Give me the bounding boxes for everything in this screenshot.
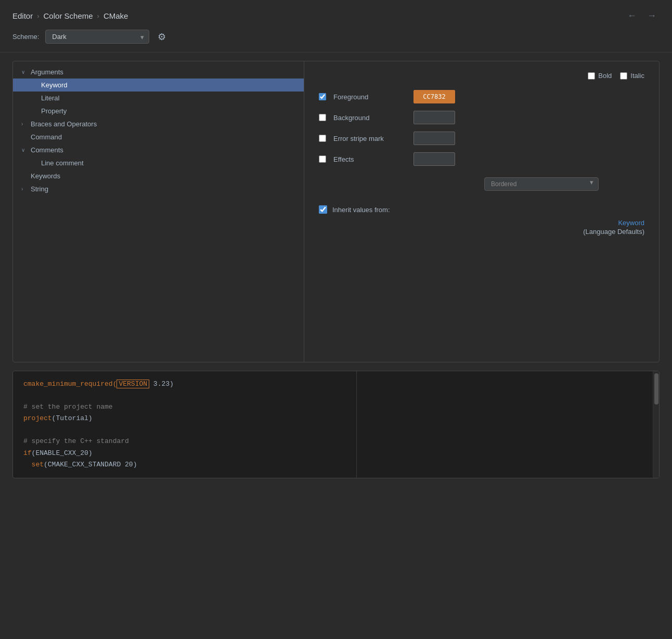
code-line-3: # set the project name xyxy=(23,403,113,411)
effects-row: Effects xyxy=(319,152,644,166)
code-line-1-tok1: cmake_minimum_required( xyxy=(23,380,117,388)
effects-color-box[interactable] xyxy=(413,152,455,166)
scrollbar-area[interactable] xyxy=(653,371,659,478)
tree-label-literal: Literal xyxy=(41,94,295,102)
code-line-4-tok1: project xyxy=(23,414,52,422)
inherit-values: Keyword (Language Defaults) xyxy=(319,219,644,236)
italic-checkbox-label[interactable]: Italic xyxy=(620,72,644,80)
breadcrumb-cmake[interactable]: CMake xyxy=(104,11,128,20)
code-divider xyxy=(356,371,357,478)
tree-label-comments: Comments xyxy=(31,146,295,154)
bold-label: Bold xyxy=(598,72,612,80)
scheme-label: Scheme: xyxy=(12,33,39,41)
top-divider xyxy=(0,52,672,53)
tree-item-arguments[interactable]: ∨ Arguments xyxy=(13,66,304,79)
tree-label-command: Command xyxy=(31,133,295,141)
chevron-string: › xyxy=(21,186,29,192)
tree-item-keyword[interactable]: Keyword xyxy=(13,79,304,92)
gear-button[interactable]: ⚙ xyxy=(156,30,168,44)
tree-label-braces: Braces and Operators xyxy=(31,120,295,128)
error-stripe-color-box[interactable] xyxy=(413,132,455,145)
inherit-link[interactable]: Keyword xyxy=(618,219,644,227)
scheme-row: Scheme: Dark Light Darcula ⚙ xyxy=(0,30,672,52)
tree-item-comments[interactable]: ∨ Comments xyxy=(13,144,304,157)
inherit-checkbox[interactable] xyxy=(319,205,327,214)
background-row: Background xyxy=(319,111,644,124)
scrollbar-thumb[interactable] xyxy=(654,373,658,405)
breadcrumb-color-scheme[interactable]: Color Scheme xyxy=(44,11,93,20)
tree-item-keywords[interactable]: Keywords xyxy=(13,169,304,182)
italic-checkbox[interactable] xyxy=(620,72,627,80)
inherit-sub: (Language Defaults) xyxy=(583,228,644,236)
effects-checkbox[interactable] xyxy=(319,155,326,163)
foreground-color-value: CC7832 xyxy=(423,93,445,100)
bold-checkbox[interactable] xyxy=(588,72,595,80)
foreground-checkbox[interactable] xyxy=(319,93,326,100)
tree-label-keyword: Keyword xyxy=(41,81,295,89)
breadcrumb-editor[interactable]: Editor xyxy=(12,11,33,20)
background-color-box[interactable] xyxy=(413,111,455,124)
code-line-1-tok3: 3.23) xyxy=(149,380,174,388)
breadcrumb: Editor › Color Scheme › CMake xyxy=(12,11,128,20)
code-content: cmake_minimum_required(VERSION 3.23) # s… xyxy=(13,371,653,478)
tree-item-string[interactable]: › String xyxy=(13,182,304,195)
header: Editor › Color Scheme › CMake ← → xyxy=(0,0,672,30)
tree-item-linecomment[interactable]: Line comment xyxy=(13,157,304,169)
props-panel: Bold Italic Foreground CC7832 Background… xyxy=(304,61,659,362)
chevron-braces: › xyxy=(21,121,29,127)
foreground-color-box[interactable]: CC7832 xyxy=(413,90,455,103)
code-area: cmake_minimum_required(VERSION 3.23) # s… xyxy=(13,371,659,478)
bold-checkbox-label[interactable]: Bold xyxy=(588,72,612,80)
code-line-8-indent xyxy=(23,461,32,468)
code-line-7-tok2: (ENABLE_CXX_20) xyxy=(32,449,93,457)
bold-italic-row: Bold Italic xyxy=(319,72,644,80)
code-line-7-tok1: if xyxy=(23,449,32,457)
error-stripe-label: Error stripe mark xyxy=(333,135,406,142)
effects-dropdown-wrap: Bordered Underline Box Dotted line xyxy=(402,173,599,191)
inherit-label: Inherit values from: xyxy=(332,206,390,214)
tree-item-braces[interactable]: › Braces and Operators xyxy=(13,118,304,131)
effects-label: Effects xyxy=(333,155,406,163)
code-line-8-tok1: set xyxy=(32,461,44,468)
error-stripe-row: Error stripe mark xyxy=(319,132,644,145)
italic-label: Italic xyxy=(630,72,644,80)
inherit-section: Inherit values from: Keyword (Language D… xyxy=(319,205,644,236)
forward-button[interactable]: → xyxy=(644,9,660,22)
code-preview: cmake_minimum_required(VERSION 3.23) # s… xyxy=(12,371,660,478)
tree-label-arguments: Arguments xyxy=(31,68,295,76)
scheme-select[interactable]: Dark Light Darcula xyxy=(45,30,149,44)
breadcrumb-sep-2: › xyxy=(97,12,99,20)
foreground-label: Foreground xyxy=(333,93,406,101)
effects-dropdown-container: Bordered Underline Box Dotted line xyxy=(402,173,644,191)
code-line-6: # specify the C++ standard xyxy=(23,437,129,445)
tree-item-literal[interactable]: Literal xyxy=(13,92,304,105)
background-checkbox[interactable] xyxy=(319,114,326,121)
back-button[interactable]: ← xyxy=(624,9,640,22)
scheme-select-wrap: Dark Light Darcula xyxy=(45,30,149,44)
nav-arrows: ← → xyxy=(624,9,660,22)
inherit-row: Inherit values from: xyxy=(319,205,644,214)
chevron-arguments: ∨ xyxy=(21,69,29,75)
chevron-comments: ∨ xyxy=(21,147,29,153)
tree-label-linecomment: Line comment xyxy=(41,159,295,167)
code-line-4-tok2: (Tutorial) xyxy=(52,414,93,422)
tree-panel: ∨ Arguments Keyword Literal Property › B… xyxy=(13,61,304,362)
tree-label-keywords: Keywords xyxy=(31,172,295,180)
background-label: Background xyxy=(333,114,406,122)
tree-label-string: String xyxy=(31,185,295,193)
tree-label-property: Property xyxy=(41,107,295,115)
main-content: ∨ Arguments Keyword Literal Property › B… xyxy=(12,61,660,362)
tree-item-property[interactable]: Property xyxy=(13,105,304,118)
effects-dropdown[interactable]: Bordered Underline Box Dotted line xyxy=(484,177,599,191)
code-line-8-tok2: (CMAKE_CXX_STANDARD 20) xyxy=(44,461,137,468)
tree-item-command[interactable]: Command xyxy=(13,131,304,144)
error-stripe-checkbox[interactable] xyxy=(319,135,326,142)
breadcrumb-sep-1: › xyxy=(37,12,39,20)
code-line-1-tok2: VERSION xyxy=(117,380,149,388)
foreground-row: Foreground CC7832 xyxy=(319,90,644,103)
